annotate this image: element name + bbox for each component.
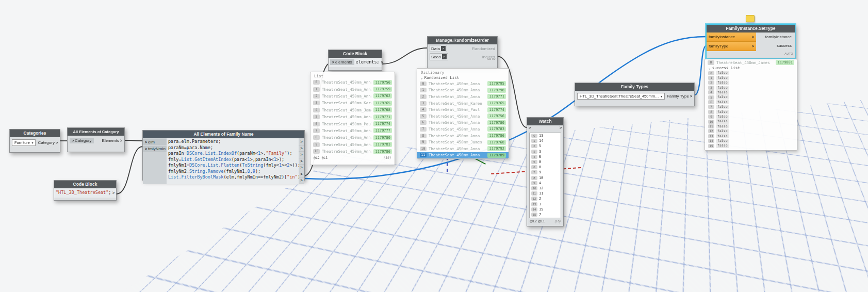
output-port[interactable]: > bbox=[299, 158, 304, 165]
list-item[interactable]: 8 TheatreSeat_450mm_Anna 1179786 bbox=[417, 133, 509, 139]
list-item[interactable]: 6 TheatreSeat_450mm_Anna 1179780 bbox=[417, 120, 509, 126]
code-line[interactable]: fmly=List.GetItemAtIndex(para<1>,paraIn<… bbox=[168, 157, 297, 163]
preview-settype-result[interactable]: 0 TheatreSeat_450mm_James 1179801 ⌄ succ… bbox=[705, 59, 797, 151]
node-header[interactable]: FamilyInstance.SetType bbox=[707, 25, 795, 33]
list-item[interactable]: 0 TheatreSeat_450mm_Anna 1179756 bbox=[310, 79, 395, 86]
preview-elements-list[interactable]: List 0 TheatreSeat_450mm_Anna 1179756 1 … bbox=[310, 72, 395, 165]
list-item: 2 false bbox=[705, 80, 797, 85]
node-all-elements-of-family-name[interactable]: All Elements of Family Name > elm > fmly… bbox=[142, 130, 305, 181]
node-watch[interactable]: Watch > > 0 13 1 14 2 5 3 3 bbox=[527, 117, 564, 226]
code-line[interactable]: para=elm.Parameters; bbox=[168, 139, 297, 145]
code-line[interactable]: paraIn=DSCore.List.IndexOf(paraNm<1>,"Fa… bbox=[168, 151, 297, 157]
family-type-dropdown[interactable]: HTL_3D_TheatreSeat:TheatreSeat_450mm_Ann… bbox=[577, 93, 665, 100]
node-header[interactable]: Code Block bbox=[54, 181, 116, 188]
output-port[interactable]: > bbox=[299, 177, 304, 184]
code-line[interactable]: fmlyNm1=DSCore.List.Flatten(ToString(fml… bbox=[168, 163, 297, 169]
node-family-types[interactable]: Family Types HTL_3D_TheatreSeat:TheatreS… bbox=[575, 83, 695, 106]
output-port-success[interactable]: success bbox=[756, 41, 795, 50]
output-port[interactable]: > bbox=[381, 60, 383, 64]
node-header[interactable]: Code Block bbox=[329, 50, 382, 58]
list-item[interactable]: 3 TheatreSeat_450mm_Karen 1179765 bbox=[417, 100, 509, 107]
list-item[interactable]: 7 TheatreSeat_450mm_Anna 1179783 bbox=[417, 126, 509, 133]
node-header[interactable]: Categories bbox=[10, 129, 60, 137]
list-item[interactable]: 2 TheatreSeat_450mm_Anna 1179771 bbox=[417, 93, 509, 100]
list-item[interactable]: 7 TheatreSeat_450mm_Anna 1179777 bbox=[310, 127, 395, 134]
code-line[interactable]: paraNm=para.Name; bbox=[168, 145, 297, 151]
output-port[interactable]: > bbox=[299, 171, 304, 178]
input-port-fmlynmin[interactable]: > fmlyNmIn bbox=[143, 146, 167, 152]
output-port[interactable]: > bbox=[299, 152, 304, 158]
list-item[interactable]: 11 TheatreSeat_450mm_Anna 1179789 bbox=[417, 152, 509, 159]
list-item[interactable]: 8 TheatreSeat_450mm_Anna 1179780 bbox=[310, 134, 395, 141]
input-port-elements[interactable]: > elements bbox=[330, 59, 354, 65]
note-icon[interactable] bbox=[746, 15, 755, 22]
output-port[interactable]: > bbox=[112, 191, 114, 194]
code-line[interactable]: elements; bbox=[356, 59, 380, 66]
wire[interactable] bbox=[125, 140, 142, 141]
output-port-familyinstance[interactable]: familyInstance bbox=[756, 33, 795, 41]
node-manage-randomizeorder[interactable]: Manage.RandomizeOrder Data > Randomized … bbox=[427, 36, 498, 69]
category-dropdown[interactable]: Furniture ▾ bbox=[12, 139, 36, 146]
list-item[interactable]: 10 TheatreSeat_450mm_Anna 1179792 bbox=[417, 145, 509, 152]
index-badge: 13 bbox=[708, 134, 714, 138]
input-port-familyinstance[interactable]: familyInstance > bbox=[707, 33, 756, 42]
list-item[interactable]: 9 TheatreSeat_450mm_Anna 1179783 bbox=[310, 141, 395, 148]
node-header[interactable]: All Elements of Family Name bbox=[143, 131, 304, 138]
list-levels[interactable]: @L2 @L1 bbox=[314, 156, 327, 160]
list-item[interactable]: 3 TheatreSeat_450mm_Karen 1179765 bbox=[310, 100, 395, 106]
output-port[interactable]: > bbox=[299, 165, 304, 171]
watch-item: 5 0 bbox=[530, 159, 561, 165]
list-item[interactable]: 0 TheatreSeat_450mm_Anna 1179795 bbox=[417, 80, 509, 87]
output-port[interactable]: > bbox=[299, 145, 304, 152]
input-port-elm[interactable]: > elm bbox=[143, 139, 167, 145]
expand-caret-icon[interactable]: ⌄ bbox=[421, 76, 423, 79]
output-port[interactable]: > bbox=[560, 126, 562, 132]
node-all-elements-of-category[interactable]: All Elements of Category > Category Elem… bbox=[67, 127, 125, 152]
output-port[interactable]: > bbox=[299, 139, 304, 145]
wire[interactable] bbox=[382, 48, 427, 64]
list-item[interactable]: 9 TheatreSeat_450mm_James 1179768 bbox=[417, 139, 509, 145]
output-port-category[interactable]: Category > bbox=[38, 140, 58, 145]
sublist-label: Randomized List bbox=[424, 75, 460, 80]
input-port-category[interactable]: > Category bbox=[70, 138, 94, 143]
element-id-badge: 1179789 bbox=[487, 153, 506, 158]
list-item: 5 false bbox=[705, 95, 797, 100]
node-code-block-elements[interactable]: Code Block > elements elements; > bbox=[328, 50, 382, 71]
watch-list[interactable]: 0 13 1 14 2 5 3 3 4 6 5 bbox=[529, 133, 561, 218]
index-badge: 3 bbox=[313, 101, 320, 105]
input-port[interactable]: > bbox=[529, 126, 531, 132]
output-port-randomized[interactable]: Randomized bbox=[472, 46, 495, 51]
preview-randomized-list[interactable]: Dictionary ⌄ Randomized List 0 TheatreSe… bbox=[417, 68, 509, 159]
code-editor[interactable]: para=elm.Parameters;paraNm=para.Name;par… bbox=[167, 138, 299, 184]
list-item[interactable]: 1 TheatreSeat_450mm_Anna 1179759 bbox=[310, 86, 395, 92]
list-item[interactable]: 5 TheatreSeat_450mm_Anna 1179756 bbox=[417, 113, 509, 120]
list-item[interactable]: 1 TheatreSeat_450mm_Anna 1179798 bbox=[417, 87, 509, 94]
list-item[interactable]: 4 TheatreSeat_450mm_James 1179768 bbox=[310, 107, 395, 113]
list-item[interactable]: 5 TheatreSeat_450mm_Anna 1179771 bbox=[310, 113, 395, 120]
item-value: false bbox=[716, 115, 729, 119]
list-item[interactable]: 4 TheatreSeat_450mm_Paul 1179774 bbox=[417, 106, 509, 113]
output-port-family-type[interactable]: Family Type > bbox=[667, 94, 692, 99]
node-code-block-family-name[interactable]: Code Block "HTL_3D_TheatreSeat"; > bbox=[54, 180, 117, 201]
node-header[interactable]: Watch bbox=[527, 118, 563, 125]
node-header[interactable]: All Elements of Category bbox=[68, 128, 124, 136]
list-levels[interactable]: @L2 @L1 bbox=[530, 219, 545, 223]
list-item[interactable]: 2 TheatreSeat_450mm_Anna 1179762 bbox=[310, 93, 395, 100]
node-categories[interactable]: Categories Furniture ▾ Category > bbox=[9, 129, 60, 153]
code-line[interactable]: List.FilterByBoolMask(elm,fmlyNmIn==fmly… bbox=[168, 174, 297, 181]
list-item[interactable]: 0 TheatreSeat_450mm_James 1179801 bbox=[705, 59, 797, 66]
code-line[interactable]: "HTL_3D_TheatreSeat"; bbox=[56, 190, 112, 196]
node-header[interactable]: Family Types bbox=[575, 83, 694, 91]
input-port-seed[interactable]: Seed > bbox=[430, 53, 448, 60]
item-name: TheatreSeat_450mm_Anna bbox=[322, 94, 371, 99]
expand-caret-icon[interactable]: ⌄ bbox=[709, 66, 711, 70]
code-line[interactable]: fmlyNm2=String.Remove(fmlyNm1,0,9); bbox=[168, 169, 297, 175]
list-item[interactable]: 10 TheatreSeat_450mm_Anna 1179786 bbox=[310, 148, 395, 155]
wire[interactable] bbox=[117, 147, 142, 194]
node-header[interactable]: Manage.RandomizeOrder bbox=[428, 37, 497, 44]
node-familyinstance-settype[interactable]: FamilyInstance.SetType familyInstance > … bbox=[706, 24, 795, 58]
input-port-familytype[interactable]: familyType > bbox=[707, 42, 756, 51]
output-port-elements[interactable]: Elements > bbox=[102, 138, 122, 143]
list-item[interactable]: 6 TheatreSeat_450mm_Paul 1179774 bbox=[310, 120, 395, 127]
input-port-data[interactable]: Data > bbox=[430, 45, 447, 52]
